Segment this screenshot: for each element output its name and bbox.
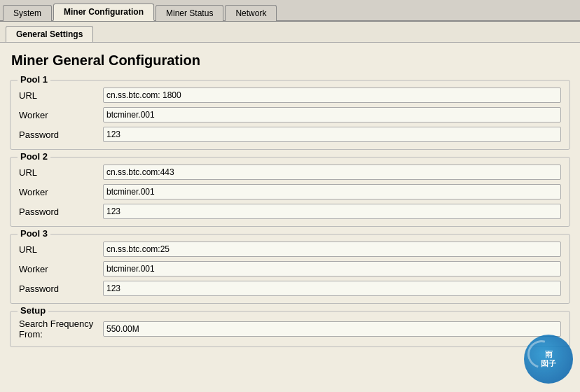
tab-bar: SystemMiner ConfigurationMiner StatusNet… xyxy=(0,0,580,22)
form-row-pool3-0: URL xyxy=(19,241,561,257)
form-input-pool2-2[interactable] xyxy=(103,204,561,219)
form-input-pool1-0[interactable] xyxy=(103,88,561,103)
form-input-pool1-2[interactable] xyxy=(103,127,561,142)
form-label-pool3-2: Password xyxy=(19,284,103,294)
section-setup: SetupSearch Frequency From: xyxy=(10,311,570,347)
tab-miner-config[interactable]: Miner Configuration xyxy=(53,4,154,21)
form-row-pool1-2: Password xyxy=(19,127,561,142)
form-row-pool2-0: URL xyxy=(19,164,561,180)
form-label-pool2-2: Password xyxy=(19,206,103,217)
section-legend-pool2: Pool 2 xyxy=(18,151,50,162)
section-pool2: Pool 2URLWorkerPassword xyxy=(10,157,570,227)
section-pool1: Pool 1URLWorkerPassword xyxy=(10,80,570,150)
section-legend-pool3: Pool 3 xyxy=(18,228,50,239)
form-input-setup-0[interactable] xyxy=(103,321,561,337)
sub-tab-general-settings[interactable]: General Settings xyxy=(6,26,93,42)
form-row-pool2-2: Password xyxy=(19,204,561,219)
form-label-pool3-0: URL xyxy=(19,244,103,255)
form-row-pool1-1: Worker xyxy=(19,107,561,122)
form-label-pool1-0: URL xyxy=(19,90,103,101)
form-label-pool2-0: URL xyxy=(19,167,103,178)
sub-tab-bar: General Settings xyxy=(0,22,580,43)
form-input-pool2-1[interactable] xyxy=(103,184,561,200)
form-input-pool1-1[interactable] xyxy=(103,107,561,122)
form-label-setup-0: Search Frequency From: xyxy=(19,318,103,340)
form-input-pool3-2[interactable] xyxy=(103,281,561,296)
tab-network[interactable]: Network xyxy=(225,5,277,21)
section-legend-pool1: Pool 1 xyxy=(18,74,50,85)
form-row-setup-0: Search Frequency From: xyxy=(19,318,561,340)
form-input-pool3-0[interactable] xyxy=(103,241,561,257)
form-label-pool1-1: Worker xyxy=(19,110,103,120)
form-row-pool2-1: Worker xyxy=(19,184,561,200)
form-input-pool2-0[interactable] xyxy=(103,164,561,180)
form-row-pool1-0: URL xyxy=(19,88,561,103)
tab-miner-status[interactable]: Miner Status xyxy=(156,5,223,21)
tab-system[interactable]: System xyxy=(3,5,52,21)
form-row-pool3-2: Password xyxy=(19,281,561,296)
section-pool3: Pool 3URLWorkerPassword xyxy=(10,234,570,304)
form-label-pool2-1: Worker xyxy=(19,187,103,197)
content-area: General Settings Miner General Configura… xyxy=(0,22,580,392)
sections-container: Pool 1URLWorkerPasswordPool 2URLWorkerPa… xyxy=(0,80,580,347)
page-title: Miner General Configuration xyxy=(0,43,580,76)
form-row-pool3-1: Worker xyxy=(19,261,561,276)
form-input-pool3-1[interactable] xyxy=(103,261,561,276)
form-label-pool1-2: Password xyxy=(19,130,103,140)
form-label-pool3-1: Worker xyxy=(19,264,103,274)
section-legend-setup: Setup xyxy=(18,305,48,316)
